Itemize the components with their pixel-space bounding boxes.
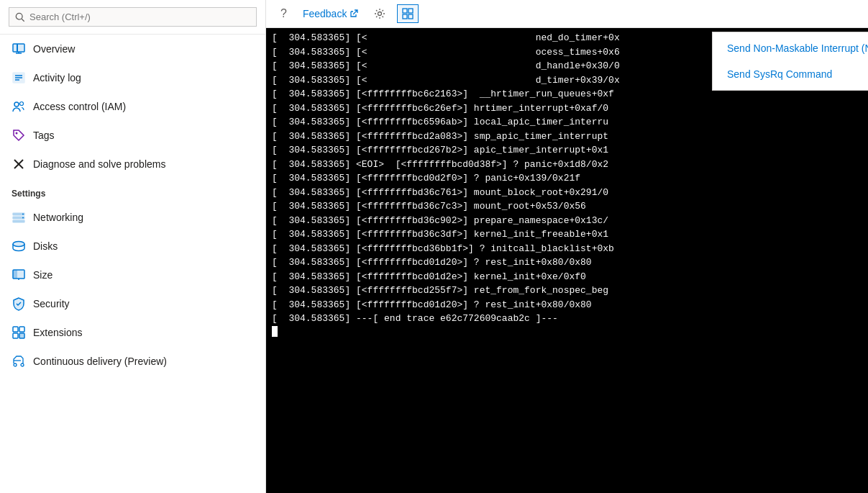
- gear-icon: [374, 8, 385, 19]
- security-icon: [12, 297, 26, 311]
- grid-button[interactable]: [397, 4, 419, 23]
- svg-point-13: [16, 132, 18, 135]
- sidebar-item-access-control[interactable]: Access control (IAM): [0, 92, 265, 121]
- settings-button[interactable]: [370, 5, 390, 22]
- sidebar-item-access-control-label: Access control (IAM): [33, 101, 126, 112]
- svg-point-11: [14, 102, 19, 107]
- people-icon: [12, 99, 26, 114]
- disks-icon: [12, 239, 26, 253]
- svg-point-31: [21, 363, 24, 366]
- svg-line-1: [22, 19, 24, 22]
- svg-rect-26: [13, 327, 18, 332]
- terminal-line: [ 304.583365] [<ffffffffbcd01d2e>] kerne…: [272, 270, 862, 284]
- x-icon: [12, 157, 26, 171]
- tag-icon: [12, 128, 26, 143]
- terminal-line: [ 304.583365] [<ffffffffbcd255f7>] ret_f…: [272, 284, 862, 298]
- terminal-line: [ 304.583365] [<ffffffffbd36c902>] prepa…: [272, 214, 862, 228]
- grid-icon: [402, 8, 414, 19]
- delivery-icon: [12, 354, 26, 368]
- sidebar-item-security-label: Security: [33, 298, 70, 309]
- svg-rect-29: [19, 333, 24, 338]
- sidebar-item-disks-label: Disks: [33, 240, 58, 252]
- dropdown-menu: Send Non-Maskable Interrupt (NMI) Send S…: [712, 32, 868, 91]
- sidebar-item-continuous-delivery[interactable]: Continuous delivery (Preview): [0, 347, 265, 376]
- svg-point-0: [16, 13, 22, 19]
- terminal-output: [ 304.583365] [< ned_do_timer+0x[ 304.58…: [266, 28, 868, 493]
- sidebar-item-overview[interactable]: Overview: [0, 35, 265, 63]
- svg-point-32: [378, 12, 382, 16]
- terminal-line: [ 304.583365] [<ffffffffbc6c26ef>] hrtim…: [272, 101, 862, 116]
- sidebar: Overview Activity log Access control (IA…: [0, 0, 266, 493]
- terminal-cursor-line: [272, 326, 862, 337]
- sidebar-item-overview-label: Overview: [33, 43, 75, 55]
- dropdown-item-nmi[interactable]: Send Non-Maskable Interrupt (NMI): [713, 35, 868, 61]
- terminal-line: [ 304.583365] [<ffffffffbd36c761>] mount…: [272, 186, 862, 200]
- sidebar-item-tags-label: Tags: [33, 130, 55, 141]
- svg-rect-3: [13, 44, 24, 52]
- sidebar-item-size-label: Size: [33, 269, 52, 281]
- sidebar-item-activity-log-label: Activity log: [33, 72, 81, 83]
- feedback-button[interactable]: Feedback: [298, 5, 362, 22]
- size-icon: [12, 268, 26, 282]
- terminal-line: [ 304.583365] [<ffffffffbd36c3df>] kerne…: [272, 227, 862, 242]
- extensions-icon: [12, 325, 26, 340]
- sidebar-item-extensions-label: Extensions: [33, 327, 82, 338]
- search-input[interactable]: [29, 12, 250, 22]
- terminal-line: [ 304.583365] <EOI> [<ffffffffbcd0d38f>]…: [272, 158, 862, 172]
- main-content: ? Feedback Send Non-Maskable Interrupt (…: [266, 0, 868, 493]
- sidebar-item-continuous-delivery-label: Continuous delivery (Preview): [33, 356, 167, 367]
- svg-rect-18: [13, 220, 24, 222]
- sidebar-item-diagnose-label: Diagnose and solve problems: [33, 158, 165, 170]
- svg-rect-4: [17, 44, 18, 52]
- search-wrapper[interactable]: [9, 7, 257, 27]
- svg-rect-33: [403, 9, 407, 13]
- terminal-line: [ 304.583365] ---[ end trace e62c772609c…: [272, 312, 862, 326]
- search-box: [0, 0, 265, 35]
- settings-header: Settings: [0, 178, 265, 203]
- terminal-line: [ 304.583365] [<ffffffffbcd36bb1f>] ? in…: [272, 242, 862, 256]
- sidebar-item-networking[interactable]: Networking: [0, 203, 265, 232]
- toolbar: ? Feedback: [266, 0, 868, 28]
- external-link-icon: [350, 9, 358, 18]
- monitor-icon: [12, 42, 26, 56]
- svg-rect-27: [19, 327, 24, 332]
- sidebar-item-activity-log[interactable]: Activity log: [0, 63, 265, 92]
- svg-point-20: [22, 217, 24, 219]
- terminal-cursor: [272, 326, 278, 337]
- search-icon: [15, 12, 25, 22]
- sidebar-item-networking-label: Networking: [33, 212, 83, 223]
- terminal-line: [ 304.583365] [<ffffffffbd36c7c3>] mount…: [272, 199, 862, 214]
- svg-rect-36: [408, 14, 413, 19]
- list-icon: [12, 71, 26, 85]
- svg-rect-35: [403, 14, 407, 19]
- networking-icon: [12, 210, 26, 225]
- sidebar-item-disks[interactable]: Disks: [0, 232, 265, 261]
- feedback-label: Feedback: [303, 8, 347, 19]
- help-button[interactable]: ?: [276, 4, 291, 23]
- sidebar-item-security[interactable]: Security: [0, 289, 265, 318]
- terminal-line: [ 304.583365] [<ffffffffbc6596ab>] local…: [272, 115, 862, 130]
- terminal-line: [ 304.583365] [<ffffffffbcd01d20>] ? res…: [272, 255, 862, 270]
- svg-rect-24: [13, 270, 17, 279]
- svg-point-30: [14, 363, 17, 366]
- svg-point-22: [13, 242, 24, 247]
- terminal-line: [ 304.583365] [<ffffffffbcd267b2>] apic_…: [272, 143, 862, 158]
- svg-point-12: [20, 102, 24, 106]
- sidebar-item-extensions[interactable]: Extensions: [0, 318, 265, 347]
- sidebar-item-diagnose[interactable]: Diagnose and solve problems: [0, 150, 265, 178]
- svg-rect-28: [13, 333, 18, 338]
- terminal-line: [ 304.583365] [<ffffffffbcd01d20>] ? res…: [272, 298, 862, 312]
- sidebar-item-size[interactable]: Size: [0, 261, 265, 289]
- sidebar-item-tags[interactable]: Tags: [0, 121, 265, 150]
- terminal-line: [ 304.583365] [<ffffffffbcd2a083>] smp_a…: [272, 130, 862, 144]
- terminal-line: [ 304.583365] [<ffffffffbcd0d2f0>] ? pan…: [272, 171, 862, 186]
- dropdown-item-sysrq[interactable]: Send SysRq Command: [713, 61, 868, 87]
- svg-rect-34: [408, 9, 413, 13]
- svg-point-19: [22, 214, 24, 215]
